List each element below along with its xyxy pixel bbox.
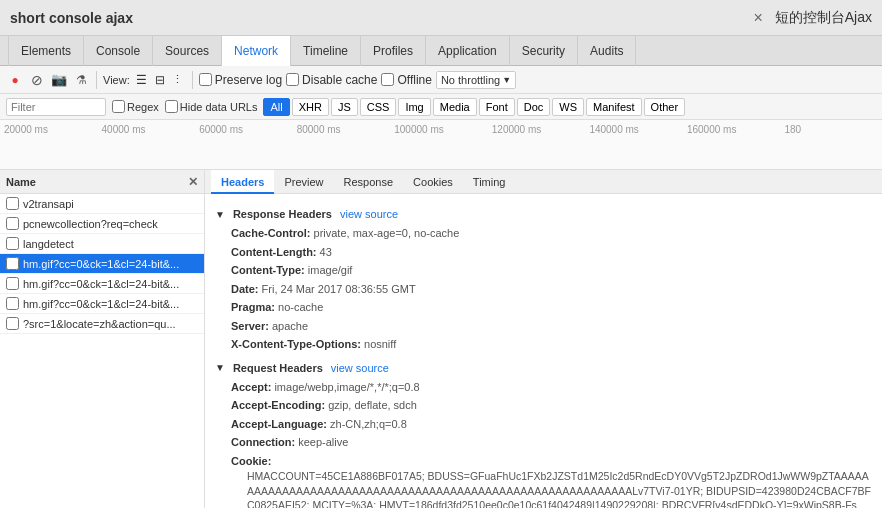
filter-icon[interactable]: ⚗ <box>72 71 90 89</box>
hide-data-urls-group: Hide data URLs <box>165 100 258 113</box>
filter-js-button[interactable]: JS <box>331 98 358 116</box>
header-item: Accept: image/webp,image/*,*/*;q=0.8 <box>215 378 872 397</box>
timeline-label-4: 100000 ms <box>394 124 492 135</box>
header-val-long: HMACCOUNT=45CE1A886BF017A5; BDUSS=GFuaFh… <box>231 469 872 508</box>
request-name: langdetect <box>23 238 74 250</box>
detail-panel: Headers Preview Response Cookies Timing … <box>205 170 882 508</box>
request-name: v2transapi <box>23 198 74 210</box>
header-val: image/gif <box>308 264 353 276</box>
request-checkbox[interactable] <box>6 277 19 290</box>
regex-group: Regex <box>112 100 159 113</box>
header-key: Connection: <box>231 436 295 448</box>
header-item: Pragma: no-cache <box>215 298 872 317</box>
header-key: Accept-Encoding: <box>231 399 325 411</box>
tab-network[interactable]: Network <box>222 36 291 66</box>
request-checkbox[interactable] <box>6 297 19 310</box>
header-val: keep-alive <box>298 436 348 448</box>
timeline-label-6: 140000 ms <box>589 124 687 135</box>
grid-view-icon[interactable]: ⊟ <box>152 72 168 88</box>
tab-security[interactable]: Security <box>510 36 578 66</box>
detail-view-icon[interactable]: ⋮ <box>170 72 186 88</box>
offline-checkbox[interactable] <box>381 73 394 86</box>
screenshot-button[interactable]: 📷 <box>50 71 68 89</box>
search-input[interactable] <box>6 98 106 116</box>
filter-manifest-button[interactable]: Manifest <box>586 98 642 116</box>
tab-profiles[interactable]: Profiles <box>361 36 426 66</box>
preserve-log-group: Preserve log <box>199 73 282 87</box>
window-title-right: 短的控制台Ajax <box>775 9 872 27</box>
header-item: Connection: keep-alive <box>215 433 872 452</box>
record-button[interactable]: ● <box>6 71 24 89</box>
request-checkbox[interactable] <box>6 257 19 270</box>
tab-elements[interactable]: Elements <box>8 36 84 66</box>
regex-label: Regex <box>127 101 159 113</box>
filter-all-button[interactable]: All <box>263 98 289 116</box>
request-checkbox[interactable] <box>6 237 19 250</box>
filter-font-button[interactable]: Font <box>479 98 515 116</box>
header-item: Cookie: HMACCOUNT=45CE1A886BF017A5; BDUS… <box>215 452 872 509</box>
request-name: hm.gif?cc=0&ck=1&cl=24-bit&... <box>23 278 179 290</box>
tab-timeline[interactable]: Timeline <box>291 36 361 66</box>
filter-doc-button[interactable]: Doc <box>517 98 551 116</box>
request-item[interactable]: v2transapi <box>0 194 204 214</box>
view-source-button[interactable]: view source <box>340 208 398 220</box>
regex-checkbox[interactable] <box>112 100 125 113</box>
filter-css-button[interactable]: CSS <box>360 98 397 116</box>
close-icon[interactable]: × <box>753 9 762 27</box>
request-headers-section: ▼ Request Headers view source <box>215 362 872 374</box>
detail-tab-cookies[interactable]: Cookies <box>403 170 463 194</box>
filter-ws-button[interactable]: WS <box>552 98 584 116</box>
request-item[interactable]: hm.gif?cc=0&ck=1&cl=24-bit&... <box>0 274 204 294</box>
request-item-selected[interactable]: hm.gif?cc=0&ck=1&cl=24-bit&... <box>0 254 204 274</box>
preserve-log-checkbox[interactable] <box>199 73 212 86</box>
header-item: Accept-Language: zh-CN,zh;q=0.8 <box>215 415 872 434</box>
request-item[interactable]: ?src=1&locate=zh&action=qu... <box>0 314 204 334</box>
requests-panel: Name ✕ v2transapi pcnewcollection?req=ch… <box>0 170 205 508</box>
header-key: Cache-Control: <box>231 227 310 239</box>
detail-tab-preview[interactable]: Preview <box>274 170 333 194</box>
throttling-dropdown[interactable]: No throttling ▼ <box>436 71 516 89</box>
disable-cache-checkbox[interactable] <box>286 73 299 86</box>
tab-console[interactable]: Console <box>84 36 153 66</box>
collapse-icon[interactable]: ▼ <box>215 362 225 373</box>
name-column-header: Name <box>6 176 184 188</box>
hide-data-urls-label: Hide data URLs <box>180 101 258 113</box>
separator2 <box>192 71 193 89</box>
window-title: short console ajax <box>10 10 133 26</box>
request-item[interactable]: langdetect <box>0 234 204 254</box>
timeline-label-8: 180 <box>785 124 883 135</box>
request-checkbox[interactable] <box>6 217 19 230</box>
header-val: zh-CN,zh;q=0.8 <box>330 418 407 430</box>
detail-tab-response[interactable]: Response <box>334 170 404 194</box>
filter-img-button[interactable]: Img <box>398 98 430 116</box>
header-val: nosniff <box>364 338 396 350</box>
request-checkbox[interactable] <box>6 317 19 330</box>
request-checkbox[interactable] <box>6 197 19 210</box>
collapse-icon[interactable]: ▼ <box>215 209 225 220</box>
list-view-icon[interactable]: ☰ <box>134 72 150 88</box>
detail-tab-headers[interactable]: Headers <box>211 170 274 194</box>
detail-tab-timing[interactable]: Timing <box>463 170 516 194</box>
tab-audits[interactable]: Audits <box>578 36 636 66</box>
hide-data-urls-checkbox[interactable] <box>165 100 178 113</box>
view-label: View: <box>103 74 130 86</box>
view-source-button[interactable]: view source <box>331 362 389 374</box>
filter-xhr-button[interactable]: XHR <box>292 98 329 116</box>
clear-button[interactable]: ⊘ <box>28 71 46 89</box>
header-item: Cache-Control: private, max-age=0, no-ca… <box>215 224 872 243</box>
disable-cache-label: Disable cache <box>302 73 377 87</box>
header-item: X-Content-Type-Options: nosniff <box>215 335 872 354</box>
request-name: hm.gif?cc=0&ck=1&cl=24-bit&... <box>23 298 179 310</box>
tab-application[interactable]: Application <box>426 36 510 66</box>
filter-other-button[interactable]: Other <box>644 98 686 116</box>
filter-type-buttons: All XHR JS CSS Img Media Font Doc WS Man… <box>263 98 685 116</box>
response-headers-title: Response Headers <box>233 208 332 220</box>
header-val: no-cache <box>278 301 323 313</box>
request-item[interactable]: hm.gif?cc=0&ck=1&cl=24-bit&... <box>0 294 204 314</box>
request-item[interactable]: pcnewcollection?req=check <box>0 214 204 234</box>
chevron-down-icon: ▼ <box>502 75 511 85</box>
tab-sources[interactable]: Sources <box>153 36 222 66</box>
close-panel-button[interactable]: ✕ <box>188 175 198 189</box>
filter-media-button[interactable]: Media <box>433 98 477 116</box>
header-val: 43 <box>320 246 332 258</box>
